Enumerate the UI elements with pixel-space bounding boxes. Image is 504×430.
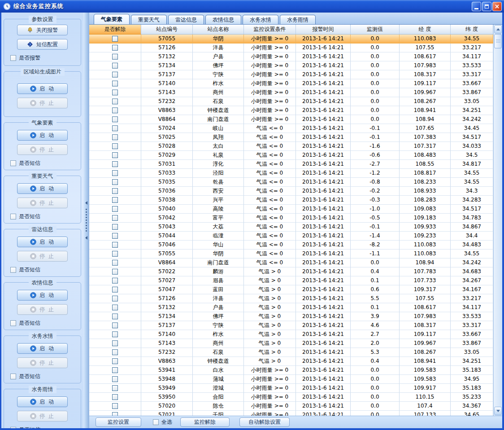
start-button[interactable]: 启 动 <box>17 343 68 354</box>
start-button[interactable]: 启 动 <box>17 290 68 301</box>
row-unlock-checkbox[interactable] <box>112 322 118 328</box>
tab-1[interactable]: 重要天气 <box>131 15 167 24</box>
row-unlock-checkbox[interactable] <box>112 116 118 122</box>
table-row[interactable]: 57031 淳化 气温 <= 0 2013-1-6 14:21 -2.7 108… <box>89 160 493 169</box>
row-unlock-checkbox[interactable] <box>112 179 118 185</box>
table-row[interactable]: 57132 户县 小时雨量 >= 0 2013-1-6 14:21 0.0 10… <box>89 52 493 61</box>
start-button[interactable]: 启 动 <box>17 183 68 194</box>
table-row[interactable]: 57134 佛坪 小时雨量 >= 0 2013-1-6 14:21 0.0 10… <box>89 61 493 70</box>
monitor-release-button[interactable]: 监控解除 <box>180 417 230 427</box>
row-unlock-checkbox[interactable] <box>112 305 118 310</box>
monitor-set-button[interactable]: 监控设置 <box>96 417 141 427</box>
scrollbar-track[interactable] <box>494 48 502 406</box>
table-row[interactable]: 57055 华阴 气温 <= 0 2013-1-6 14:21 -1.1 110… <box>89 249 493 258</box>
row-unlock-checkbox[interactable] <box>112 296 118 301</box>
row-unlock-checkbox[interactable] <box>112 63 118 69</box>
row-unlock-checkbox[interactable] <box>112 161 118 167</box>
table-row[interactable]: 57140 柞水 气温 > 0 2013-1-6 14:21 2.7 109.1… <box>89 330 493 339</box>
row-unlock-checkbox[interactable] <box>112 349 118 355</box>
row-unlock-checkbox[interactable] <box>112 81 118 86</box>
stop-button[interactable]: 停 止 <box>17 144 68 155</box>
row-unlock-checkbox[interactable] <box>112 287 118 292</box>
row-unlock-checkbox[interactable] <box>112 340 118 346</box>
select-all-checkbox[interactable]: 全选 <box>153 418 172 426</box>
table-row[interactable]: 57042 富平 气温 <= 0 2013-1-6 14:21 -0.5 109… <box>89 214 493 223</box>
column-header-7[interactable]: 纬 度 <box>451 25 493 34</box>
table-row[interactable]: 57024 岐山 气温 <= 0 2013-1-6 14:21 -0.1 107… <box>89 124 493 133</box>
table-row[interactable]: 57021 千阳 小时雨量 >= 0 2013-1-6 14:21 0.0 10… <box>89 411 493 416</box>
table-row[interactable]: 57132 户县 气温 > 0 2013-1-6 14:21 0.1 108.6… <box>89 303 493 312</box>
minimize-button[interactable] <box>472 2 481 11</box>
close-button[interactable]: × <box>492 2 502 11</box>
row-unlock-checkbox[interactable] <box>112 233 118 239</box>
table-row[interactable]: 53950 合阳 小时雨量 >= 0 2013-1-6 14:21 0.0 11… <box>89 393 493 402</box>
column-header-0[interactable]: 是否解除 <box>89 25 141 34</box>
sms-checkbox[interactable]: 是否短信 <box>10 266 81 274</box>
tab-0[interactable]: 气象要素 <box>94 14 130 24</box>
sms-checkbox[interactable]: 是否短信 <box>10 373 81 380</box>
row-unlock-checkbox[interactable] <box>112 152 118 158</box>
row-unlock-checkbox[interactable] <box>112 36 118 42</box>
table-row[interactable]: V8863 钟楼盘道 气温 > 0 2013-1-6 14:21 0.4 108… <box>89 357 493 366</box>
start-button[interactable]: 启 动 <box>17 236 68 247</box>
row-unlock-checkbox[interactable] <box>112 331 118 337</box>
table-row[interactable]: 57029 礼泉 气温 <= 0 2013-1-6 14:21 -0.6 108… <box>89 151 493 160</box>
alarm-enabled-checkbox[interactable]: 是否报警 <box>10 54 81 62</box>
column-header-4[interactable]: 报警时间 <box>296 25 351 34</box>
table-row[interactable]: 53949 澄城 小时雨量 >= 0 2013-1-6 14:21 0.0 10… <box>89 384 493 393</box>
column-header-6[interactable]: 经 度 <box>400 25 451 34</box>
table-row[interactable]: V8864 南门盘道 小时雨量 >= 0 2013-1-6 14:21 0.0 … <box>89 115 493 124</box>
tab-5[interactable]: 水务雨情 <box>280 15 316 24</box>
row-unlock-checkbox[interactable] <box>112 54 118 60</box>
start-button[interactable]: 启 动 <box>17 396 68 407</box>
table-row[interactable]: 57038 兴平 气温 <= 0 2013-1-6 14:21 -0.3 108… <box>89 196 493 205</box>
row-unlock-checkbox[interactable] <box>112 99 118 104</box>
stop-button[interactable]: 停 止 <box>17 304 68 315</box>
table-row[interactable]: 57134 佛坪 气温 > 0 2013-1-6 14:21 3.9 107.9… <box>89 312 493 321</box>
table-row[interactable]: 57232 石泉 气温 > 0 2013-1-6 14:21 5.3 108.2… <box>89 348 493 357</box>
row-unlock-checkbox[interactable] <box>112 197 118 203</box>
table-row[interactable]: 57143 商州 小时雨量 >= 0 2013-1-6 14:21 0.0 10… <box>89 88 493 97</box>
sms-checkbox[interactable]: 是否短信 <box>10 319 81 327</box>
table-row[interactable]: 57137 宁陕 气温 > 0 2013-1-6 14:21 4.6 108.3… <box>89 321 493 330</box>
table-row[interactable]: 57036 西安 气温 <= 0 2013-1-6 14:21 -0.2 108… <box>89 187 493 196</box>
scrollbar-down-button[interactable] <box>494 407 502 415</box>
sidebar-splitter[interactable] <box>83 13 89 428</box>
row-unlock-checkbox[interactable] <box>112 412 118 416</box>
row-unlock-checkbox[interactable] <box>112 45 118 51</box>
sms-config-button[interactable]: 短信配置 <box>17 39 68 50</box>
row-unlock-checkbox[interactable] <box>112 394 118 400</box>
scrollbar-thumb[interactable] <box>494 34 502 48</box>
sms-checkbox[interactable]: 是否短信 <box>10 426 81 428</box>
row-unlock-checkbox[interactable] <box>112 72 118 77</box>
table-row[interactable]: 57033 泾阳 气温 <= 0 2013-1-6 14:21 -1.2 108… <box>89 169 493 178</box>
tab-2[interactable]: 雷达信息 <box>168 15 204 24</box>
table-row[interactable]: 57022 麟游 气温 > 0 2013-1-6 14:21 0.4 107.7… <box>89 267 493 276</box>
stop-button[interactable]: 停 止 <box>17 198 68 208</box>
row-unlock-checkbox[interactable] <box>112 242 118 248</box>
row-unlock-checkbox[interactable] <box>112 278 118 284</box>
scrollbar-up-button[interactable] <box>494 25 502 34</box>
table-row[interactable]: 57143 商州 气温 > 0 2013-1-6 14:21 2.0 109.9… <box>89 339 493 348</box>
tab-4[interactable]: 水务水情 <box>243 15 278 24</box>
row-unlock-checkbox[interactable] <box>112 251 118 257</box>
row-unlock-checkbox[interactable] <box>112 403 118 409</box>
stop-button[interactable]: 停 止 <box>17 411 68 421</box>
table-row[interactable]: 57035 乾县 气温 <= 0 2013-1-6 14:21 -0.8 108… <box>89 178 493 187</box>
row-unlock-checkbox[interactable] <box>112 188 118 194</box>
row-unlock-checkbox[interactable] <box>112 134 118 140</box>
row-unlock-checkbox[interactable] <box>112 170 118 176</box>
row-unlock-checkbox[interactable] <box>112 376 118 382</box>
maximize-button[interactable] <box>482 2 491 11</box>
table-row[interactable]: V8864 南门盘道 气温 <= 0 2013-1-6 14:21 0.0 10… <box>89 258 493 267</box>
column-header-2[interactable]: 站点名称 <box>193 25 244 34</box>
row-unlock-checkbox[interactable] <box>112 314 118 319</box>
row-unlock-checkbox[interactable] <box>112 269 118 275</box>
row-unlock-checkbox[interactable] <box>112 90 118 95</box>
sms-checkbox[interactable]: 是否短信 <box>10 213 81 220</box>
row-unlock-checkbox[interactable] <box>112 143 118 149</box>
column-header-3[interactable]: 监控设置条件 <box>244 25 296 34</box>
table-row[interactable]: 57055 华阴 小时雨量 >= 0 2013-1-6 14:21 0.0 11… <box>89 34 493 43</box>
table-row[interactable]: 57044 临潼 气温 <= 0 2013-1-6 14:21 -1.4 109… <box>89 232 493 241</box>
close-alarm-button[interactable]: 关闭报警 <box>17 25 68 35</box>
